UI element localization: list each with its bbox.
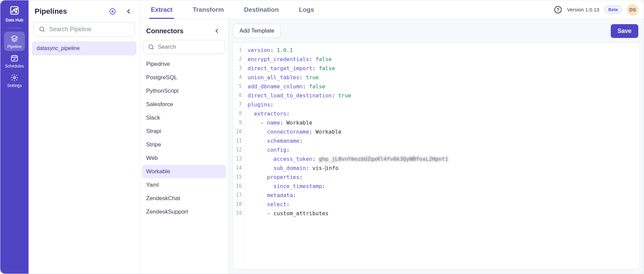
code-line[interactable]: select: <box>248 200 635 209</box>
line-number: 13 <box>233 154 245 164</box>
connector-search-input[interactable] <box>158 44 229 50</box>
svg-point-3 <box>15 12 16 13</box>
connectors-panel: Connectors PipedrivePostgreS <box>140 19 228 274</box>
line-number: 1 <box>233 46 245 55</box>
pipeline-search-input[interactable] <box>49 26 130 33</box>
code-line[interactable]: properties: <box>248 173 635 182</box>
line-number: 17 <box>233 191 245 200</box>
line-number: 10 <box>233 127 245 136</box>
connector-item[interactable]: Web <box>142 151 226 165</box>
line-number: 18 <box>233 200 245 209</box>
connector-item[interactable]: Salesforce <box>142 98 226 111</box>
logo-icon <box>8 4 20 16</box>
code-line[interactable]: direct_target_import: false <box>248 64 635 73</box>
code-line[interactable]: access_token: ghp_jL0vnYmozbUZqxKl4fv6k3… <box>248 154 635 164</box>
connector-item[interactable]: Yaml <box>142 178 226 192</box>
calendar-icon <box>10 54 19 62</box>
code-line[interactable]: union_all_tables: true <box>248 73 635 82</box>
rail-item-label: Settings <box>7 83 22 88</box>
code-line[interactable]: config: <box>248 145 635 154</box>
tab-extract[interactable]: Extract <box>151 0 172 19</box>
pipeline-item[interactable]: datasync_pipeline <box>32 41 136 55</box>
line-number: 14 <box>233 164 245 173</box>
code-line[interactable]: connectorname: Workable <box>248 127 635 136</box>
code-editor[interactable]: 12345678910111213141516171819 version: 1… <box>232 43 640 270</box>
tab-bar: ExtractTransformDestinationLogs ? Versio… <box>140 0 644 19</box>
code-line[interactable]: sub_domain: vis-info <box>248 164 635 173</box>
line-number: 2 <box>233 55 245 64</box>
connector-item[interactable]: PythonScript <box>142 84 226 98</box>
rail-item-label: Pipeline <box>7 44 22 49</box>
connector-item[interactable]: ZendeskChat <box>142 192 226 205</box>
rail-divider <box>8 28 21 28</box>
editor-area: Add Template Save 1234567891011121314151… <box>228 19 644 274</box>
connectors-title: Connectors <box>146 27 183 35</box>
code-line[interactable]: plugins: <box>248 100 635 109</box>
code-line[interactable]: version: 1.0.1 <box>248 46 635 55</box>
pipeline-search[interactable] <box>33 22 135 37</box>
add-pipeline-button[interactable] <box>108 6 118 16</box>
connector-item[interactable]: Pipedrive <box>142 57 226 71</box>
connector-item[interactable]: Slack <box>142 111 226 125</box>
tab-transform[interactable]: Transform <box>192 0 224 19</box>
pipelines-title: Pipelines <box>35 7 67 16</box>
code-content[interactable]: version: 1.0.1encrypt_credentials: false… <box>245 43 639 269</box>
code-line[interactable]: schemaname: <box>248 136 635 145</box>
pipelines-panel: Pipelines d <box>29 0 140 274</box>
line-number: 19 <box>233 209 245 218</box>
avatar[interactable]: DS <box>627 4 638 15</box>
save-button[interactable]: Save <box>611 24 638 38</box>
layers-icon <box>10 34 19 43</box>
code-line[interactable]: direct_load_to_destination: true <box>248 91 635 100</box>
connector-item[interactable]: ZendeskSupport <box>142 205 226 219</box>
svg-point-1 <box>12 11 13 12</box>
add-template-button[interactable]: Add Template <box>233 24 281 38</box>
line-number: 15 <box>233 173 245 182</box>
tab-logs[interactable]: Logs <box>299 0 314 19</box>
line-number: 8 <box>233 109 245 118</box>
svg-point-4 <box>16 8 17 9</box>
svg-point-2 <box>13 9 14 10</box>
code-line[interactable]: - custom_attributes <box>248 209 635 218</box>
line-number: 16 <box>233 182 245 191</box>
code-line[interactable]: metadata: <box>248 191 635 200</box>
line-number: 5 <box>233 82 245 91</box>
rail-item-schedules[interactable]: Schedules <box>4 51 25 71</box>
collapse-pipelines-button[interactable] <box>124 6 134 16</box>
connector-item[interactable]: PostgreSQL <box>142 71 226 84</box>
line-number: 3 <box>233 64 245 73</box>
rail-item-settings[interactable]: Settings <box>4 71 25 90</box>
line-number: 11 <box>233 136 245 145</box>
rail-item-label: Schedules <box>5 64 24 68</box>
code-line[interactable]: - name: Workable <box>248 118 635 127</box>
code-line[interactable]: encrypt_credentials: false <box>248 55 635 64</box>
line-number: 9 <box>233 118 245 127</box>
line-number: 4 <box>233 73 245 82</box>
collapse-connectors-button[interactable] <box>212 26 222 36</box>
svg-rect-5 <box>11 56 17 61</box>
line-number: 7 <box>233 100 245 109</box>
connector-item[interactable]: Strapi <box>142 125 226 138</box>
search-icon <box>148 43 155 51</box>
svg-point-9 <box>149 45 153 49</box>
connector-search[interactable] <box>143 40 225 54</box>
connector-item[interactable]: Stripe <box>142 138 226 151</box>
side-rail: Data Hub PipelineSchedulesSettings <box>0 0 29 274</box>
code-line[interactable]: since_timestamp: <box>248 182 635 191</box>
beta-badge: Beta <box>605 6 621 13</box>
svg-point-6 <box>13 77 15 79</box>
code-line[interactable]: add_dbname_column: false <box>248 82 635 91</box>
line-gutter: 12345678910111213141516171819 <box>233 43 245 269</box>
line-number: 12 <box>233 145 245 154</box>
logo-label: Data Hub <box>6 18 24 22</box>
tab-destination[interactable]: Destination <box>244 0 278 19</box>
rail-item-pipeline[interactable]: Pipeline <box>4 32 25 51</box>
connector-item[interactable]: Workable <box>142 165 226 178</box>
code-line[interactable]: extractors: <box>248 109 635 118</box>
svg-point-8 <box>40 27 44 31</box>
gear-icon <box>10 73 19 82</box>
logo[interactable]: Data Hub <box>6 4 24 22</box>
version-label: Version 1.0.13 <box>567 7 599 12</box>
help-button[interactable]: ? <box>554 6 562 13</box>
search-icon <box>38 26 46 33</box>
